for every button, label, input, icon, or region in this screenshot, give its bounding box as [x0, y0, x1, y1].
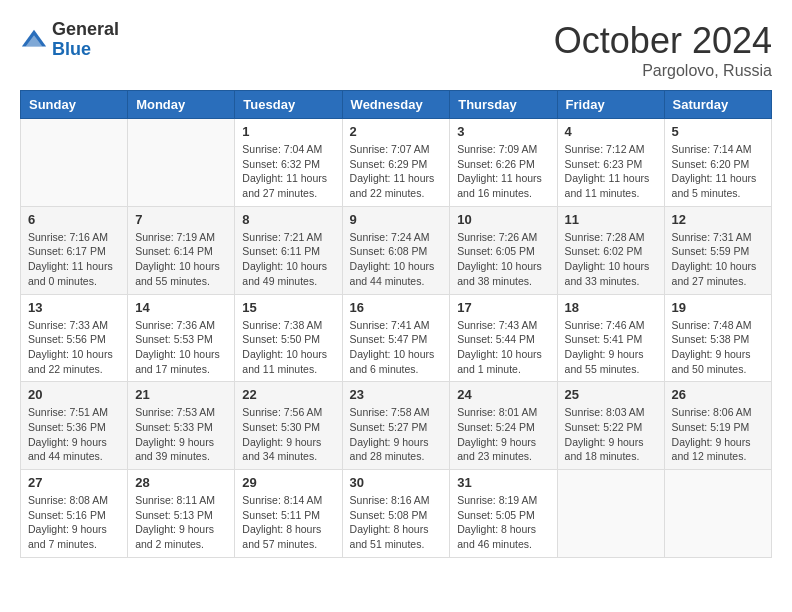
day-number: 17: [457, 300, 549, 315]
day-number: 19: [672, 300, 764, 315]
day-info: Sunrise: 7:38 AMSunset: 5:50 PMDaylight:…: [242, 318, 334, 377]
day-number: 30: [350, 475, 443, 490]
day-number: 31: [457, 475, 549, 490]
day-cell: 21Sunrise: 7:53 AMSunset: 5:33 PMDayligh…: [128, 382, 235, 470]
day-info: Sunrise: 7:41 AMSunset: 5:47 PMDaylight:…: [350, 318, 443, 377]
day-number: 20: [28, 387, 120, 402]
day-cell: 3Sunrise: 7:09 AMSunset: 6:26 PMDaylight…: [450, 119, 557, 207]
day-cell: 11Sunrise: 7:28 AMSunset: 6:02 PMDayligh…: [557, 206, 664, 294]
day-info: Sunrise: 7:19 AMSunset: 6:14 PMDaylight:…: [135, 230, 227, 289]
page-header: General Blue October 2024 Pargolovo, Rus…: [20, 20, 772, 80]
day-info: Sunrise: 7:09 AMSunset: 6:26 PMDaylight:…: [457, 142, 549, 201]
day-number: 26: [672, 387, 764, 402]
day-info: Sunrise: 7:36 AMSunset: 5:53 PMDaylight:…: [135, 318, 227, 377]
day-info: Sunrise: 7:51 AMSunset: 5:36 PMDaylight:…: [28, 405, 120, 464]
day-number: 7: [135, 212, 227, 227]
day-cell: 14Sunrise: 7:36 AMSunset: 5:53 PMDayligh…: [128, 294, 235, 382]
title-block: October 2024 Pargolovo, Russia: [554, 20, 772, 80]
day-info: Sunrise: 8:11 AMSunset: 5:13 PMDaylight:…: [135, 493, 227, 552]
day-cell: [557, 470, 664, 558]
day-info: Sunrise: 8:06 AMSunset: 5:19 PMDaylight:…: [672, 405, 764, 464]
day-info: Sunrise: 7:56 AMSunset: 5:30 PMDaylight:…: [242, 405, 334, 464]
day-info: Sunrise: 8:14 AMSunset: 5:11 PMDaylight:…: [242, 493, 334, 552]
day-cell: 29Sunrise: 8:14 AMSunset: 5:11 PMDayligh…: [235, 470, 342, 558]
day-number: 23: [350, 387, 443, 402]
month-title: October 2024: [554, 20, 772, 62]
week-row-3: 20Sunrise: 7:51 AMSunset: 5:36 PMDayligh…: [21, 382, 772, 470]
day-number: 15: [242, 300, 334, 315]
day-number: 3: [457, 124, 549, 139]
day-cell: 24Sunrise: 8:01 AMSunset: 5:24 PMDayligh…: [450, 382, 557, 470]
day-cell: 9Sunrise: 7:24 AMSunset: 6:08 PMDaylight…: [342, 206, 450, 294]
day-cell: 26Sunrise: 8:06 AMSunset: 5:19 PMDayligh…: [664, 382, 771, 470]
day-number: 29: [242, 475, 334, 490]
day-info: Sunrise: 7:21 AMSunset: 6:11 PMDaylight:…: [242, 230, 334, 289]
day-cell: 22Sunrise: 7:56 AMSunset: 5:30 PMDayligh…: [235, 382, 342, 470]
day-number: 8: [242, 212, 334, 227]
day-number: 4: [565, 124, 657, 139]
day-number: 6: [28, 212, 120, 227]
day-cell: 12Sunrise: 7:31 AMSunset: 5:59 PMDayligh…: [664, 206, 771, 294]
day-number: 27: [28, 475, 120, 490]
day-info: Sunrise: 7:14 AMSunset: 6:20 PMDaylight:…: [672, 142, 764, 201]
day-cell: 25Sunrise: 8:03 AMSunset: 5:22 PMDayligh…: [557, 382, 664, 470]
day-number: 11: [565, 212, 657, 227]
location: Pargolovo, Russia: [554, 62, 772, 80]
day-info: Sunrise: 7:16 AMSunset: 6:17 PMDaylight:…: [28, 230, 120, 289]
day-info: Sunrise: 7:33 AMSunset: 5:56 PMDaylight:…: [28, 318, 120, 377]
day-cell: [21, 119, 128, 207]
day-info: Sunrise: 8:03 AMSunset: 5:22 PMDaylight:…: [565, 405, 657, 464]
header-wednesday: Wednesday: [342, 91, 450, 119]
day-number: 2: [350, 124, 443, 139]
logo-general: General: [52, 20, 119, 40]
day-info: Sunrise: 8:16 AMSunset: 5:08 PMDaylight:…: [350, 493, 443, 552]
day-cell: 17Sunrise: 7:43 AMSunset: 5:44 PMDayligh…: [450, 294, 557, 382]
day-cell: 27Sunrise: 8:08 AMSunset: 5:16 PMDayligh…: [21, 470, 128, 558]
day-cell: 7Sunrise: 7:19 AMSunset: 6:14 PMDaylight…: [128, 206, 235, 294]
day-cell: 23Sunrise: 7:58 AMSunset: 5:27 PMDayligh…: [342, 382, 450, 470]
logo-blue: Blue: [52, 40, 119, 60]
calendar-table: SundayMondayTuesdayWednesdayThursdayFrid…: [20, 90, 772, 558]
day-number: 10: [457, 212, 549, 227]
day-number: 14: [135, 300, 227, 315]
day-info: Sunrise: 7:24 AMSunset: 6:08 PMDaylight:…: [350, 230, 443, 289]
day-cell: 13Sunrise: 7:33 AMSunset: 5:56 PMDayligh…: [21, 294, 128, 382]
header-sunday: Sunday: [21, 91, 128, 119]
day-info: Sunrise: 7:31 AMSunset: 5:59 PMDaylight:…: [672, 230, 764, 289]
week-row-2: 13Sunrise: 7:33 AMSunset: 5:56 PMDayligh…: [21, 294, 772, 382]
header-saturday: Saturday: [664, 91, 771, 119]
week-row-0: 1Sunrise: 7:04 AMSunset: 6:32 PMDaylight…: [21, 119, 772, 207]
header-monday: Monday: [128, 91, 235, 119]
day-cell: 10Sunrise: 7:26 AMSunset: 6:05 PMDayligh…: [450, 206, 557, 294]
day-info: Sunrise: 7:12 AMSunset: 6:23 PMDaylight:…: [565, 142, 657, 201]
day-cell: 31Sunrise: 8:19 AMSunset: 5:05 PMDayligh…: [450, 470, 557, 558]
day-cell: 5Sunrise: 7:14 AMSunset: 6:20 PMDaylight…: [664, 119, 771, 207]
day-cell: 1Sunrise: 7:04 AMSunset: 6:32 PMDaylight…: [235, 119, 342, 207]
day-cell: 18Sunrise: 7:46 AMSunset: 5:41 PMDayligh…: [557, 294, 664, 382]
header-row: SundayMondayTuesdayWednesdayThursdayFrid…: [21, 91, 772, 119]
day-number: 12: [672, 212, 764, 227]
day-cell: [664, 470, 771, 558]
day-cell: 30Sunrise: 8:16 AMSunset: 5:08 PMDayligh…: [342, 470, 450, 558]
day-cell: 16Sunrise: 7:41 AMSunset: 5:47 PMDayligh…: [342, 294, 450, 382]
day-cell: 4Sunrise: 7:12 AMSunset: 6:23 PMDaylight…: [557, 119, 664, 207]
day-info: Sunrise: 7:07 AMSunset: 6:29 PMDaylight:…: [350, 142, 443, 201]
day-info: Sunrise: 8:08 AMSunset: 5:16 PMDaylight:…: [28, 493, 120, 552]
day-info: Sunrise: 7:46 AMSunset: 5:41 PMDaylight:…: [565, 318, 657, 377]
day-info: Sunrise: 7:53 AMSunset: 5:33 PMDaylight:…: [135, 405, 227, 464]
day-number: 21: [135, 387, 227, 402]
day-number: 24: [457, 387, 549, 402]
day-info: Sunrise: 8:19 AMSunset: 5:05 PMDaylight:…: [457, 493, 549, 552]
day-cell: 19Sunrise: 7:48 AMSunset: 5:38 PMDayligh…: [664, 294, 771, 382]
logo: General Blue: [20, 20, 119, 60]
day-cell: [128, 119, 235, 207]
day-info: Sunrise: 8:01 AMSunset: 5:24 PMDaylight:…: [457, 405, 549, 464]
day-number: 22: [242, 387, 334, 402]
day-info: Sunrise: 7:58 AMSunset: 5:27 PMDaylight:…: [350, 405, 443, 464]
day-number: 28: [135, 475, 227, 490]
day-info: Sunrise: 7:28 AMSunset: 6:02 PMDaylight:…: [565, 230, 657, 289]
day-number: 25: [565, 387, 657, 402]
day-number: 1: [242, 124, 334, 139]
day-cell: 15Sunrise: 7:38 AMSunset: 5:50 PMDayligh…: [235, 294, 342, 382]
header-friday: Friday: [557, 91, 664, 119]
